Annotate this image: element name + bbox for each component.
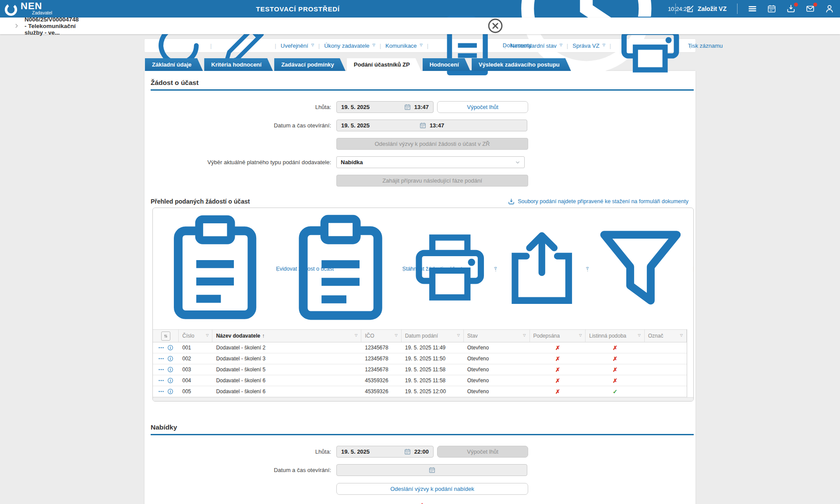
- row-info-icon[interactable]: [167, 356, 173, 362]
- row-info-icon[interactable]: [167, 367, 173, 373]
- calendar-icon[interactable]: [404, 104, 411, 110]
- lhuta2-date-value[interactable]: 19. 5. 2025: [341, 448, 401, 455]
- otevirani-date-value[interactable]: 19. 5. 2025: [341, 122, 370, 129]
- files-download-link[interactable]: Soubory podání najdete připravené ke sta…: [508, 198, 688, 205]
- zahajit-fazi-button[interactable]: Zahájit přípravu následující fáze podání: [336, 175, 528, 187]
- vypocet-lhut2-button[interactable]: Výpočet lhůt: [437, 446, 528, 458]
- cell-6: ✗: [530, 388, 586, 395]
- lhuta2-label: Lhůta:: [145, 448, 336, 455]
- column-header-stav[interactable]: Stav▽: [464, 330, 530, 342]
- menu-item-nestandardni-stav[interactable]: Nestandardní stav▽: [508, 42, 564, 49]
- table-row[interactable]: 002Dodavatel - školení 31234567819. 5. 2…: [153, 353, 687, 364]
- close-icon[interactable]: [84, 18, 840, 34]
- cell-3: 45359326: [361, 377, 401, 384]
- lhuta2-datetime-input[interactable]: 19. 5. 2025 22:00: [336, 446, 434, 458]
- calendar-icon[interactable]: [404, 448, 411, 455]
- lhuta-time-value[interactable]: 13:47: [414, 104, 429, 110]
- calendar-button[interactable]: [767, 4, 776, 13]
- column-header-ičo[interactable]: IČO▽: [361, 330, 401, 342]
- filter-caret-icon[interactable]: ▽: [523, 334, 526, 337]
- evidovat-zadost-button[interactable]: Evidovat žádost o účast: [157, 211, 273, 326]
- row-actions-icon[interactable]: [158, 367, 164, 373]
- cell-3: 12345678: [361, 367, 401, 373]
- tab-hodnocen-[interactable]: Hodnocení: [423, 58, 470, 71]
- separator: |: [690, 42, 691, 49]
- tab-zad-vac-podm-nky[interactable]: Zadávací podmínky: [274, 58, 346, 71]
- filter-caret-icon[interactable]: ▽: [638, 334, 641, 337]
- row-info-icon[interactable]: [167, 345, 173, 351]
- filter-caret-icon[interactable]: ▽: [355, 334, 357, 337]
- odeslani-vyzvy-zadost-button[interactable]: Odeslání výzvy k podání žádosti o účast …: [336, 138, 528, 150]
- breadcrumb-item[interactable]: N006/25/V00004748 - Telekomunikační služ…: [25, 16, 79, 36]
- row-actions-icon[interactable]: [158, 377, 164, 384]
- separator: |: [505, 42, 506, 49]
- filter-caret-icon[interactable]: ▽: [395, 334, 398, 337]
- calendar-icon[interactable]: [420, 122, 426, 129]
- filter-caret-icon[interactable]: ▽: [680, 334, 683, 337]
- table-row[interactable]: 003Dodavatel - školení 51234567819. 5. 2…: [153, 364, 687, 375]
- filter-caret-icon[interactable]: ▽: [206, 334, 208, 337]
- lhuta-label: Lhůta:: [145, 104, 336, 110]
- otevirani-time-value[interactable]: 13:47: [430, 122, 444, 129]
- clipboard-icon: [282, 210, 399, 327]
- row-info-icon[interactable]: [167, 388, 173, 395]
- otevirani2-datetime-input[interactable]: [336, 464, 527, 476]
- lhuta-date-value[interactable]: 19. 5. 2025: [341, 104, 401, 110]
- odeslani-vyzvy-nabidky-button[interactable]: Odeslání výzvy k podání nabídek: [336, 483, 528, 495]
- downloads-button[interactable]: [787, 4, 795, 13]
- filter-icon[interactable]: [592, 220, 689, 317]
- print-menu-button[interactable]: ▽: [409, 227, 491, 310]
- menu-item-label: Úkony zadavatele: [324, 42, 369, 49]
- row-actions-icon[interactable]: [158, 356, 164, 362]
- lhuta-datetime-input[interactable]: 19. 5. 2025 13:47: [336, 101, 434, 113]
- column-header-datum-podání[interactable]: Datum podání▽: [402, 330, 464, 342]
- breadcrumb: N006/25/V00004748 - Telekomunikační služ…: [0, 18, 840, 34]
- user-button[interactable]: [825, 4, 834, 13]
- menu-item-komunikace[interactable]: Komunikace▽: [384, 42, 424, 49]
- cross-icon: ✗: [555, 356, 560, 362]
- lhuta2-time-value[interactable]: 22:00: [414, 448, 429, 455]
- messages-button[interactable]: [806, 4, 815, 13]
- column-header-název-dodavatele[interactable]: Název dodavatele↑▽: [212, 330, 361, 342]
- table-row[interactable]: 005Dodavatel - školení 64535932619. 5. 2…: [153, 386, 687, 397]
- separator: |: [693, 266, 694, 272]
- menu-item-ukony-zadavatele[interactable]: Úkony zadavatele▽: [322, 42, 377, 49]
- menu-item-sprava-vz[interactable]: Správa VZ▽: [571, 42, 607, 49]
- row-actions-icon[interactable]: [158, 388, 164, 395]
- nen-logo[interactable]: NEN Zadavatel: [4, 1, 88, 16]
- column-header-označ[interactable]: Označ▽: [645, 330, 687, 342]
- tab-v-sledek-zad-vac-ho-postupu[interactable]: Výsledek zadávacího postupu: [472, 58, 571, 71]
- menu-item-uverejneni[interactable]: Uveřejnění▽: [279, 42, 316, 49]
- filter-caret-icon[interactable]: ▽: [457, 334, 460, 337]
- table-row[interactable]: 004Dodavatel - školení 64535932619. 5. 2…: [153, 375, 687, 386]
- typ-podani-select[interactable]: Nabídka: [336, 156, 525, 168]
- table-row[interactable]: 001Dodavatel - školení 21234567819. 5. 2…: [153, 342, 687, 353]
- cell-7: ✗: [586, 367, 644, 373]
- main-menu-button[interactable]: [748, 4, 757, 13]
- tab-krit-ria-hodnocen-[interactable]: Kritéria hodnocení: [204, 58, 273, 71]
- notification-badge: [813, 3, 817, 7]
- column-header-podepsána[interactable]: Podepsána▽: [530, 330, 586, 342]
- tab-z-kladn-daje[interactable]: Základní údaje: [145, 58, 203, 71]
- cell-5: Otevřeno: [464, 345, 530, 351]
- cell-5: Otevřeno: [464, 377, 530, 384]
- stahnout-zadosti-button[interactable]: Stáhnout žádosti o účast: [282, 210, 399, 327]
- tab-pod-n-astn-k-zp[interactable]: Podání účastníků ZP: [347, 58, 421, 71]
- section-rule: [151, 434, 694, 435]
- separator: |: [275, 42, 276, 49]
- vypocet-lhut-button[interactable]: Výpočet lhůt: [437, 101, 528, 113]
- column-settings-button[interactable]: [161, 331, 170, 341]
- otevirani2-label: Datum a čas otevírání:: [145, 467, 336, 473]
- swap-icon: [163, 333, 169, 339]
- calendar-icon[interactable]: [429, 467, 435, 473]
- otevirani-datetime-input[interactable]: 19. 5. 2025 13:47: [336, 120, 527, 131]
- row-icons-cell: [153, 388, 179, 395]
- column-header-listinná-podoba[interactable]: Listinná podoba▽: [586, 330, 644, 342]
- filter-caret-icon[interactable]: ▽: [579, 334, 582, 337]
- row-actions-icon[interactable]: [158, 345, 164, 351]
- column-label: Listinná podoba: [589, 333, 626, 339]
- row-info-icon[interactable]: [167, 377, 173, 384]
- download-icon: [508, 198, 515, 205]
- column-header-číslo[interactable]: Číslo▽: [179, 330, 212, 342]
- export-menu-button[interactable]: ▽: [501, 227, 583, 310]
